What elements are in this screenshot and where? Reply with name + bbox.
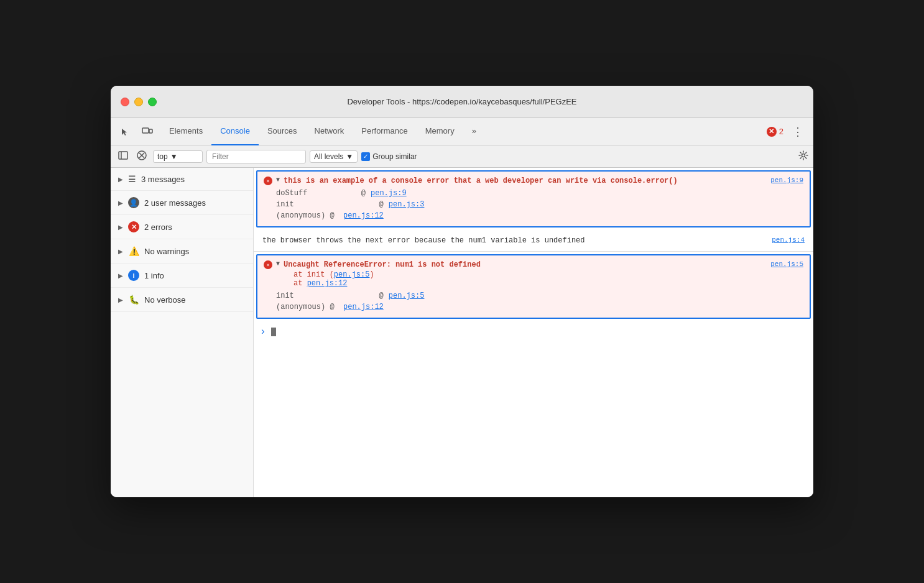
collapse-icon[interactable]: ▼ <box>276 260 280 267</box>
context-selector[interactable]: top ▼ <box>153 150 203 163</box>
devtools-window: Developer Tools - https://codepen.io/kay… <box>111 86 813 497</box>
error-message: Uncaught ReferenceError: num1 is not def… <box>284 260 481 269</box>
sidebar-item-warnings[interactable]: ▶ ⚠️ No warnings <box>111 239 253 264</box>
trace-location-link[interactable]: pen.js:12 <box>343 211 384 220</box>
filter-input[interactable] <box>206 150 306 163</box>
user-icon: 👤 <box>128 197 139 208</box>
expand-icon: ▶ <box>118 176 123 183</box>
trace-location-link[interactable]: pen.js:12 <box>343 303 384 311</box>
expand-icon: ▶ <box>118 296 123 303</box>
messages-icon: ☰ <box>128 174 136 184</box>
toolbar-right: ✕ 2 ⋮ <box>767 125 808 139</box>
console-entry-error-1: ✕ ▼ this is an example of a console erro… <box>256 170 811 227</box>
error-count-badge: ✕ 2 <box>767 127 783 137</box>
trace-line-2: (anonymous) @ pen.js:12 <box>276 301 803 313</box>
trace-function: init <box>276 292 338 300</box>
close-button[interactable] <box>121 98 129 106</box>
sidebar: ▶ ☰ 3 messages ▶ 👤 2 user messages ▶ ✕ 2… <box>111 168 254 497</box>
sidebar-item-user-messages[interactable]: ▶ 👤 2 user messages <box>111 191 253 215</box>
tab-more[interactable]: » <box>463 118 485 145</box>
entry-header: ✕ ▼ this is an example of a console erro… <box>264 177 803 185</box>
console-output: ✕ ▼ this is an example of a console erro… <box>254 168 813 497</box>
prompt-arrow-icon: › <box>260 326 266 337</box>
window-title: Developer Tools - https://codepen.io/kay… <box>347 97 576 106</box>
expand-icon: ▶ <box>118 200 123 206</box>
svg-rect-2 <box>119 152 127 159</box>
device-toolbar-button[interactable] <box>137 125 158 139</box>
svg-point-7 <box>802 154 805 157</box>
info-location-link[interactable]: pen.js:4 <box>772 236 805 245</box>
expand-icon: ▶ <box>118 272 123 279</box>
console-toolbar: top ▼ All levels ▼ ✓ Group similar <box>111 145 813 168</box>
trace-line-2: init @ pen.js:3 <box>276 199 803 210</box>
tab-performance[interactable]: Performance <box>353 118 416 145</box>
trace-function: init <box>276 200 338 209</box>
svg-rect-1 <box>149 129 152 133</box>
trace-location-link[interactable]: pen.js:5 <box>389 292 425 300</box>
subtext-link-1[interactable]: pen.js:5 <box>334 270 370 279</box>
levels-selector[interactable]: All levels ▼ <box>310 150 358 163</box>
subtext-link-2[interactable]: pen.js:12 <box>307 279 348 288</box>
entry-header: ✕ ▼ Uncaught ReferenceError: num1 is not… <box>264 260 803 288</box>
trace-line-3: (anonymous) @ pen.js:12 <box>276 210 803 221</box>
bug-icon: 🐛 <box>128 294 139 305</box>
context-value: top <box>157 152 168 161</box>
error-count: 2 <box>779 127 783 136</box>
prompt-cursor[interactable] <box>271 328 276 336</box>
warning-icon: ⚠️ <box>128 246 139 257</box>
sidebar-item-label: No warnings <box>144 247 189 256</box>
sidebar-toggle-button[interactable] <box>116 149 131 164</box>
sidebar-item-label: 1 info <box>144 271 164 280</box>
error-icon: ✕ <box>128 221 139 232</box>
console-entry-info: the browser throws the next error becaus… <box>254 230 813 252</box>
error-icon: ✕ <box>264 260 272 269</box>
group-similar-checkbox[interactable]: ✓ <box>361 152 370 161</box>
tab-sources[interactable]: Sources <box>259 118 306 145</box>
clear-console-button[interactable] <box>134 148 149 165</box>
expand-icon: ▶ <box>118 224 123 231</box>
sidebar-item-label: 2 user messages <box>144 198 206 208</box>
minimize-button[interactable] <box>134 98 143 106</box>
tab-console[interactable]: Console <box>211 118 259 145</box>
sidebar-item-verbose[interactable]: ▶ 🐛 No verbose <box>111 288 253 312</box>
svg-rect-0 <box>142 128 149 133</box>
levels-value: All levels <box>314 152 343 161</box>
info-message: the browser throws the next error becaus… <box>262 236 584 245</box>
group-similar-label: Group similar <box>372 152 417 161</box>
console-entry-error-2: ✕ ▼ Uncaught ReferenceError: num1 is not… <box>256 254 811 319</box>
cursor-tool-button[interactable] <box>116 125 134 139</box>
group-similar-option[interactable]: ✓ Group similar <box>361 152 417 161</box>
subtext-line-1: at init (pen.js:5) <box>293 270 765 279</box>
trace-line-1: init @ pen.js:5 <box>276 290 803 301</box>
tab-list: Elements Console Sources Network Perform… <box>160 118 764 145</box>
sidebar-item-label: No verbose <box>144 295 185 305</box>
console-prompt[interactable]: › <box>254 321 813 342</box>
tab-elements[interactable]: Elements <box>160 118 211 145</box>
sidebar-item-all-messages[interactable]: ▶ ☰ 3 messages <box>111 168 253 191</box>
error-message: this is an example of a console error th… <box>284 177 765 185</box>
sidebar-item-errors[interactable]: ▶ ✕ 2 errors <box>111 215 253 239</box>
error-icon: ✕ <box>264 177 272 185</box>
error-location-link[interactable]: pen.js:9 <box>770 177 803 184</box>
stack-trace: doStuff @ pen.js:9 init @ pen.js:3 (anon… <box>264 188 803 221</box>
tab-network[interactable]: Network <box>306 118 353 145</box>
context-arrow-icon: ▼ <box>170 152 178 161</box>
trace-location-link[interactable]: pen.js:9 <box>371 189 407 198</box>
error-badge-icon: ✕ <box>767 127 777 137</box>
levels-arrow-icon: ▼ <box>346 152 353 161</box>
error-location-link[interactable]: pen.js:5 <box>770 260 803 268</box>
trace-function: (anonymous) @ <box>276 303 338 311</box>
more-options-button[interactable]: ⋮ <box>787 125 808 139</box>
subtext-line-2: at pen.js:12 <box>293 279 765 288</box>
sidebar-item-label: 3 messages <box>141 175 185 184</box>
trace-function: doStuff <box>276 189 338 198</box>
trace-location-link[interactable]: pen.js:3 <box>389 200 425 209</box>
maximize-button[interactable] <box>148 98 157 106</box>
main-toolbar: Elements Console Sources Network Perform… <box>111 118 813 145</box>
tab-memory[interactable]: Memory <box>417 118 463 145</box>
sidebar-item-info[interactable]: ▶ i 1 info <box>111 264 253 288</box>
traffic-lights <box>121 98 157 106</box>
collapse-icon[interactable]: ▼ <box>276 177 280 183</box>
settings-button[interactable] <box>798 150 808 163</box>
title-bar: Developer Tools - https://codepen.io/kay… <box>111 86 813 118</box>
